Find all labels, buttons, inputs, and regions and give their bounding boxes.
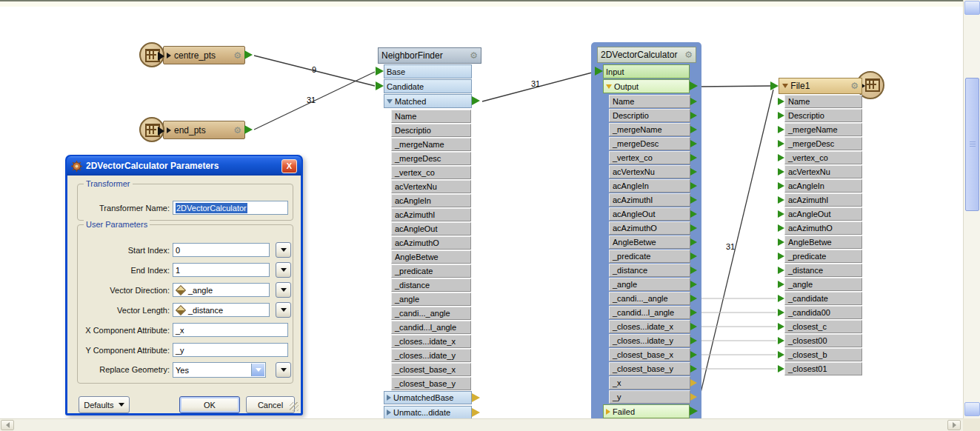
expand-toggle-icon[interactable] <box>167 127 171 133</box>
attribute-row[interactable]: _mergeDesc <box>784 137 862 150</box>
transformer-name-input[interactable]: 2DVectorCalculator <box>173 201 288 215</box>
attribute-row[interactable]: _closest_base_y <box>609 362 690 375</box>
attribute-output-arrow[interactable] <box>690 154 697 161</box>
end-index-dropdown-button[interactable] <box>276 262 291 278</box>
resize-grip[interactable] <box>290 402 299 411</box>
attribute-row[interactable]: _closest00 <box>784 334 862 347</box>
attribute-row[interactable]: acAzimuthO <box>609 221 690 235</box>
attribute-row[interactable]: _vertex_co <box>391 166 471 179</box>
attribute-row[interactable]: _closest_base_y <box>391 377 471 390</box>
expand-toggle-icon[interactable] <box>167 53 171 59</box>
attribute-input-arrow[interactable] <box>778 224 784 232</box>
attribute-input-arrow[interactable] <box>778 267 784 274</box>
attribute-row[interactable]: acAngleIn <box>391 194 471 207</box>
attribute-output-arrow[interactable] <box>690 365 697 372</box>
ok-button[interactable]: OK <box>179 396 240 413</box>
attribute-row[interactable]: acAzimuthI <box>784 193 862 207</box>
output-port-arrow[interactable] <box>244 50 253 59</box>
node-centre-pts[interactable]: centre_pts ⚙ <box>163 46 245 64</box>
collapse-toggle-icon[interactable] <box>606 84 612 89</box>
attribute-row[interactable]: _closest_c <box>784 320 862 333</box>
gear-icon[interactable]: ⚙ <box>850 81 859 90</box>
scroll-right-button[interactable] <box>947 420 961 430</box>
attribute-row[interactable]: _angle <box>609 278 690 291</box>
replace-geometry-combobox[interactable]: Yes <box>173 362 266 378</box>
port-unmatchedbase[interactable]: UnmatchedBase <box>384 391 472 404</box>
attribute-input-arrow[interactable] <box>778 168 784 176</box>
vector-direction-input[interactable]: _angle <box>173 283 270 297</box>
attribute-row[interactable]: _predicate <box>784 250 862 263</box>
attribute-row[interactable]: _closes...idate_y <box>391 349 471 362</box>
attribute-row[interactable]: AngleBetwe <box>609 235 690 249</box>
attribute-row[interactable]: acAngleIn <box>609 179 690 193</box>
attribute-row[interactable]: _closest01 <box>784 362 862 375</box>
collapse-toggle-icon[interactable] <box>782 84 788 88</box>
gear-icon[interactable]: ⚙ <box>233 126 241 135</box>
output-port-arrow[interactable] <box>472 408 480 417</box>
vertical-scrollbar[interactable] <box>963 0 980 418</box>
attribute-output-arrow[interactable] <box>690 210 697 218</box>
port-output[interactable]: Output <box>603 79 690 93</box>
attribute-input-arrow[interactable] <box>778 126 784 133</box>
attribute-input-arrow[interactable] <box>778 295 784 302</box>
expand-toggle-icon[interactable] <box>606 409 610 415</box>
replace-geometry-dropdown-button[interactable] <box>276 362 291 378</box>
attribute-row[interactable]: _candid...l_angle <box>391 321 471 334</box>
port-base[interactable]: Base <box>384 64 472 78</box>
attribute-output-arrow[interactable] <box>690 253 697 260</box>
attribute-row[interactable]: Name <box>784 95 862 108</box>
attribute-output-arrow[interactable] <box>690 168 697 176</box>
attribute-input-arrow[interactable] <box>778 154 784 161</box>
attribute-row[interactable]: Descriptio <box>784 109 862 122</box>
attribute-row[interactable]: acAngleOut <box>391 222 471 235</box>
port-input[interactable]: Input <box>603 64 690 78</box>
attribute-input-arrow[interactable] <box>778 98 784 105</box>
vector-direction-dropdown-button[interactable] <box>276 282 291 298</box>
attribute-row[interactable]: acVertexNu <box>609 165 690 178</box>
scroll-down-button[interactable] <box>964 402 980 416</box>
attribute-output-arrow[interactable] <box>690 112 697 119</box>
attribute-row[interactable]: _angle <box>784 278 862 291</box>
attribute-row[interactable]: acVertexNu <box>391 180 471 193</box>
attribute-row[interactable]: Descriptio <box>391 124 471 137</box>
attribute-output-arrow[interactable] <box>690 281 697 288</box>
expand-toggle-icon[interactable] <box>387 410 391 415</box>
attribute-row[interactable]: _closest_base_x <box>609 348 690 361</box>
attribute-row[interactable]: _x <box>609 376 690 390</box>
attribute-output-arrow[interactable] <box>690 323 697 330</box>
attribute-input-arrow[interactable] <box>778 351 784 358</box>
attribute-input-arrow[interactable] <box>778 309 784 316</box>
x-component-input[interactable]: _x <box>173 323 288 337</box>
attribute-input-arrow[interactable] <box>778 281 784 288</box>
attribute-row[interactable]: _predicate <box>391 264 471 278</box>
attribute-row[interactable]: Name <box>391 110 471 123</box>
attribute-output-arrow[interactable] <box>690 140 697 147</box>
attribute-output-arrow[interactable] <box>690 351 697 358</box>
node-end-pts[interactable]: end_pts ⚙ <box>163 121 245 139</box>
attribute-row[interactable]: acAngleIn <box>784 179 862 193</box>
attribute-row[interactable]: acAzimuthO <box>391 236 471 250</box>
attribute-row[interactable]: _distance <box>391 278 471 292</box>
start-index-dropdown-button[interactable] <box>276 242 291 258</box>
attribute-row[interactable]: _closest_b <box>784 348 862 361</box>
output-port-arrow[interactable] <box>244 125 253 134</box>
workflow-canvas[interactable]: 9 31 31 31 centre_pts ⚙ end_pts ⚙ Neigh <box>0 0 963 418</box>
horizontal-scrollbar[interactable] <box>0 418 963 431</box>
attribute-row[interactable]: _closes...idate_y <box>609 334 690 347</box>
attribute-row[interactable]: _mergeDesc <box>609 137 690 150</box>
attribute-row[interactable]: _distance <box>784 264 862 277</box>
port-unmatchedcandidate[interactable]: Unmatc...didate <box>384 406 472 419</box>
attribute-output-arrow[interactable] <box>690 196 697 204</box>
expand-toggle-icon[interactable] <box>387 395 391 401</box>
attribute-output-arrow[interactable] <box>690 224 697 232</box>
vector-length-dropdown-button[interactable] <box>276 302 291 318</box>
attribute-input-arrow[interactable] <box>778 323 784 330</box>
attribute-row[interactable]: _mergeName <box>391 138 471 151</box>
attribute-row[interactable]: _candi..._angle <box>391 307 471 320</box>
cancel-button[interactable]: Cancel <box>246 396 295 413</box>
attribute-row[interactable]: _mergeDesc <box>391 152 471 165</box>
dialog-titlebar[interactable]: 2DVectorCalculator Parameters X <box>67 156 301 176</box>
input-port-arrow[interactable] <box>376 67 384 76</box>
output-port-arrow[interactable] <box>472 96 480 105</box>
node-2dvectorcalculator-header[interactable]: 2DVectorCalculator ⚙ <box>597 47 696 63</box>
